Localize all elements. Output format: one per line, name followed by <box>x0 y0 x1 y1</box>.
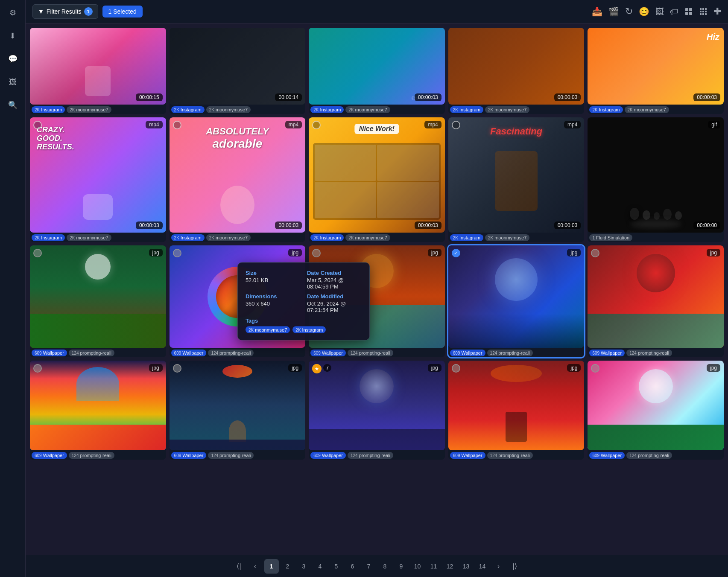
tag[interactable]: 2K moonmymuse7 <box>345 106 390 113</box>
page-button-14[interactable]: 14 <box>475 559 490 574</box>
tag[interactable]: 124 prompting-reali <box>69 452 114 459</box>
chat-icon[interactable]: 💬 <box>5 51 20 67</box>
page-button-4[interactable]: 4 <box>313 559 327 574</box>
inbox-icon[interactable]: 📥 <box>592 6 602 17</box>
select-circle[interactable] <box>33 364 42 373</box>
select-circle[interactable] <box>173 364 181 373</box>
tag-icon[interactable]: 🏷 <box>670 7 678 17</box>
card-r3c4[interactable]: jpg 609 Wallpaper 124 prompting-reali <box>448 245 585 357</box>
card-r2c2[interactable]: ABSOLUTELYadorable mp4 00:00:03 2K Insta… <box>170 117 306 242</box>
prev-page-button[interactable]: ‹ <box>248 559 263 574</box>
grid2-icon[interactable] <box>699 7 708 16</box>
search-nav-icon[interactable]: 🔍 <box>5 97 20 113</box>
card-r4c3[interactable]: jpg ★ 7 609 Wallpaper 124 prompting-real… <box>309 361 445 460</box>
select-circle[interactable] <box>33 121 42 129</box>
tag[interactable]: 2K Instagram <box>32 106 65 113</box>
page-button-3[interactable]: 3 <box>297 559 311 574</box>
tag[interactable]: 2K moonmymuse7 <box>625 106 669 113</box>
page-button-11[interactable]: 11 <box>427 559 441 574</box>
select-circle[interactable] <box>33 249 42 257</box>
tag[interactable]: 609 Wallpaper <box>310 452 346 459</box>
tag[interactable]: 124 prompting-reali <box>348 350 393 356</box>
page-button-2[interactable]: 2 <box>281 559 295 574</box>
select-circle[interactable] <box>452 364 460 373</box>
card-r1c4[interactable]: @ninjycraft 00:00:03 2K Instagram 2K moo… <box>448 28 585 114</box>
card-r3c2[interactable]: jpg 609 Wallpaper 124 prompting-reali Si… <box>170 245 306 357</box>
card-r1c5[interactable]: Hiz 00:00:03 2K Instagram 2K moonmymuse7 <box>588 28 724 114</box>
tag[interactable]: 2K Instagram <box>32 234 65 241</box>
card-r3c1[interactable]: jpg 609 Wallpaper 124 prompting-reali <box>30 245 166 357</box>
page-button-13[interactable]: 13 <box>459 559 474 574</box>
tag[interactable]: 2K moonmymuse7 <box>345 234 390 241</box>
card-r2c1[interactable]: CRAZY.GOOD.RESULTS. mp4 00:00:03 2K Inst… <box>30 117 166 242</box>
tag[interactable]: 609 Wallpaper <box>589 350 625 356</box>
tag[interactable]: 124 prompting-reali <box>208 452 254 459</box>
tag[interactable]: 2K Instagram <box>450 106 483 113</box>
card-r1c1[interactable]: 00:00:15 2K Instagram 2K moonmymuse7 <box>30 28 166 114</box>
tag[interactable]: 609 Wallpaper <box>32 350 67 356</box>
gallery-nav-icon[interactable]: 🖼 <box>5 74 20 90</box>
tag[interactable]: 2K moonmymuse7 <box>206 234 251 241</box>
tag[interactable]: 609 Wallpaper <box>171 350 207 356</box>
tag[interactable]: 2K moonmymuse7 <box>67 234 111 241</box>
page-button-10[interactable]: 10 <box>410 559 425 574</box>
add-icon[interactable]: ✚ <box>713 6 721 17</box>
tag[interactable]: 609 Wallpaper <box>310 350 346 356</box>
tag[interactable]: 2K moonmymuse7 <box>206 106 251 113</box>
select-circle[interactable] <box>452 249 460 257</box>
gallery-icon[interactable]: 🖼 <box>655 7 664 17</box>
tag[interactable]: 2K moonmymuse7 <box>67 106 111 113</box>
tag[interactable]: 124 prompting-reali <box>626 350 672 356</box>
tag[interactable]: 609 Wallpaper <box>450 452 485 459</box>
tag[interactable]: 2K Instagram <box>171 106 205 113</box>
next-page-button[interactable]: › <box>491 559 506 574</box>
page-button-6[interactable]: 6 <box>345 559 360 574</box>
card-r4c5[interactable]: jpg 609 Wallpaper 124 prompting-reali <box>588 361 724 460</box>
tag[interactable]: 609 Wallpaper <box>32 452 67 459</box>
card-r1c2[interactable]: 00:00:14 2K Instagram 2K moonmymuse7 <box>170 28 306 114</box>
tag[interactable]: 609 Wallpaper <box>450 350 485 356</box>
tag[interactable]: 124 prompting-reali <box>208 350 254 356</box>
tag[interactable]: 609 Wallpaper <box>171 452 207 459</box>
settings-icon[interactable]: ⚙ <box>5 5 20 20</box>
tag[interactable]: 2K Instagram <box>171 234 205 241</box>
tag[interactable]: 124 prompting-reali <box>626 452 672 459</box>
tag[interactable]: 2K Instagram <box>589 106 623 113</box>
tag[interactable]: 2K moonmymuse7 <box>485 106 529 113</box>
card-r1c3[interactable]: @productura.ai 00:00:03 2K Instagram 2K … <box>309 28 445 114</box>
refresh-icon[interactable]: ↻ <box>625 6 633 17</box>
filter-button[interactable]: ▼ Filter Results 1 <box>32 4 98 19</box>
select-circle[interactable] <box>452 121 460 129</box>
selected-button[interactable]: 1 Selected <box>102 6 143 17</box>
face-icon[interactable]: 😊 <box>639 6 649 17</box>
tag[interactable]: 2K Instagram <box>450 234 483 241</box>
tag[interactable]: 124 prompting-reali <box>69 350 114 356</box>
last-page-button[interactable]: |⟩ <box>508 559 522 574</box>
card-r4c1[interactable]: jpg 609 Wallpaper 124 prompting-reali <box>30 361 166 460</box>
video-icon[interactable]: 🎬 <box>608 6 619 17</box>
card-r4c4[interactable]: jpg 609 Wallpaper 124 prompting-reali <box>448 361 585 460</box>
tag[interactable]: 124 prompting-reali <box>348 452 393 459</box>
tag[interactable]: 1 Fluid Simulation <box>589 234 632 241</box>
page-button-12[interactable]: 12 <box>443 559 457 574</box>
tag[interactable]: 2K Instagram <box>310 106 344 113</box>
page-button-9[interactable]: 9 <box>394 559 409 574</box>
tag[interactable]: 2K moonmymuse7 <box>485 234 529 241</box>
tag[interactable]: 124 prompting-reali <box>487 350 533 356</box>
page-button-8[interactable]: 8 <box>378 559 392 574</box>
page-button-7[interactable]: 7 <box>362 559 376 574</box>
select-circle[interactable] <box>173 249 181 257</box>
card-r2c3[interactable]: Nice Work! mp4 00:00:03 2K Instagram <box>309 117 445 242</box>
tag[interactable]: 2K Instagram <box>310 234 344 241</box>
card-r2c5[interactable]: gif 00:00:00 1 Fluid Simulation <box>588 117 724 242</box>
tag[interactable]: 609 Wallpaper <box>589 452 625 459</box>
page-button-1[interactable]: 1 <box>264 559 279 574</box>
first-page-button[interactable]: ⟨| <box>232 559 246 574</box>
card-r4c2[interactable]: jpg 609 Wallpaper 124 prompting-reali <box>170 361 306 460</box>
card-r2c4[interactable]: Fascinating mp4 00:00:03 2K Instagram 2K… <box>448 117 585 242</box>
page-button-5[interactable]: 5 <box>329 559 344 574</box>
download-icon[interactable]: ⬇ <box>5 28 20 44</box>
select-circle[interactable] <box>173 121 181 129</box>
tag[interactable]: 124 prompting-reali <box>487 452 533 459</box>
grid-icon[interactable] <box>684 7 693 16</box>
